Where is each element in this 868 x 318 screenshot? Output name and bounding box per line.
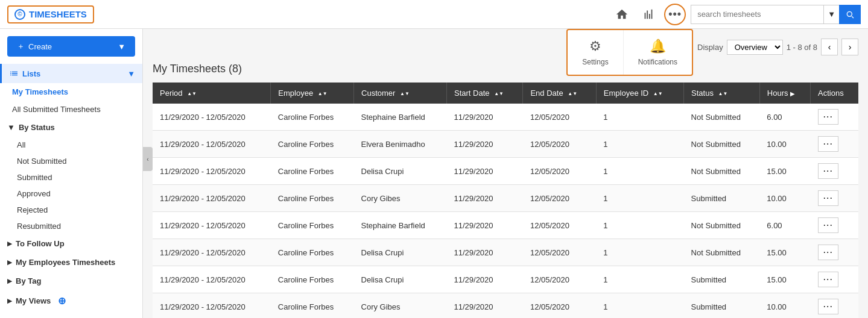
sidebar-my-views[interactable]: ▶ My Views ⊕ xyxy=(0,290,142,311)
table-row: 11/29/2020 - 12/05/2020 Caroline Forbes … xyxy=(153,158,858,185)
cell-hours: 15.00 xyxy=(759,266,810,293)
cell-customer: Elvera Benimadho xyxy=(354,131,447,158)
sidebar-status-approved[interactable]: Approved xyxy=(0,186,142,202)
cell-hours: 10.00 xyxy=(759,185,810,212)
cell-hours: 10.00 xyxy=(759,131,810,158)
cell-actions: ··· xyxy=(811,131,858,158)
cell-end-date: 12/05/2020 xyxy=(523,239,596,266)
col-actions: Actions xyxy=(811,83,858,104)
customer-sort-icon: ▲▼ xyxy=(400,92,410,96)
sidebar-status-submitted[interactable]: Submitted xyxy=(0,169,142,186)
col-customer[interactable]: Customer ▲▼ xyxy=(354,83,447,104)
search-dropdown[interactable]: ▼ xyxy=(823,5,839,24)
col-employee[interactable]: Employee ▲▼ xyxy=(271,83,354,104)
chevron-down-icon: ▼ xyxy=(828,10,835,19)
cell-end-date: 12/05/2020 xyxy=(523,212,596,239)
cell-start-date: 11/29/2020 xyxy=(447,239,523,266)
sidebar-by-tag[interactable]: ▶ By Tag xyxy=(0,272,142,290)
lists-label: Lists xyxy=(22,69,40,78)
create-dropdown-icon: ▼ xyxy=(118,42,125,51)
col-hours[interactable]: Hours ▶ xyxy=(759,83,810,104)
cell-employee-id: 1 xyxy=(596,158,683,185)
sidebar-status-not-submitted[interactable]: Not Submitted xyxy=(0,153,142,169)
cell-employee-id: 1 xyxy=(596,131,683,158)
cell-employee-id: 1 xyxy=(596,185,683,212)
sidebar-status-resubmitted[interactable]: Resubmitted xyxy=(0,218,142,234)
chart-button[interactable] xyxy=(638,4,659,25)
settings-popup-item[interactable]: ⚙ Settings xyxy=(568,30,623,75)
cell-end-date: 12/05/2020 xyxy=(523,185,596,212)
content-area: ⚙ Settings 🔔 Notifications Display Overv… xyxy=(143,29,868,318)
cell-start-date: 11/29/2020 xyxy=(447,185,523,212)
cell-end-date: 12/05/2020 xyxy=(523,104,596,131)
cell-status: Submitted xyxy=(684,266,760,293)
table-row: 11/29/2020 - 12/05/2020 Caroline Forbes … xyxy=(153,185,858,212)
pagination-count: 1 - 8 of 8 xyxy=(787,43,817,52)
start-date-sort-icon: ▲▼ xyxy=(494,92,504,96)
cell-employee-id: 1 xyxy=(596,239,683,266)
app-logo[interactable]: © TIMESHEETS xyxy=(7,5,94,23)
cell-start-date: 11/29/2020 xyxy=(447,212,523,239)
col-employee-id[interactable]: Employee ID ▲▼ xyxy=(596,83,683,104)
create-label: Create xyxy=(28,42,52,51)
my-employees-arrow-icon: ▶ xyxy=(7,259,12,266)
col-start-date[interactable]: Start Date ▲▼ xyxy=(447,83,523,104)
cell-employee-id: 1 xyxy=(596,104,683,131)
table-row: 11/29/2020 - 12/05/2020 Caroline Forbes … xyxy=(153,266,858,293)
cell-hours: 6.00 xyxy=(759,104,810,131)
col-status[interactable]: Status ▲▼ xyxy=(684,83,760,104)
sidebar-collapse-handle[interactable]: ‹ xyxy=(143,147,153,171)
notifications-popup-item[interactable]: 🔔 Notifications xyxy=(624,30,692,75)
settings-icon: ⚙ xyxy=(589,39,601,54)
cell-hours: 15.00 xyxy=(759,239,810,266)
cell-customer: Delisa Crupi xyxy=(354,158,447,185)
period-sort-icon: ▲▼ xyxy=(187,92,197,96)
more-button[interactable]: ••• xyxy=(664,4,686,25)
search-input[interactable] xyxy=(691,5,823,24)
sidebar-my-employees[interactable]: ▶ My Employees Timesheets xyxy=(0,253,142,272)
sidebar-status-all[interactable]: All xyxy=(0,137,142,153)
table-row: 11/29/2020 - 12/05/2020 Caroline Forbes … xyxy=(153,131,858,158)
cell-customer: Stephaine Barfield xyxy=(354,104,447,131)
col-end-date[interactable]: End Date ▲▼ xyxy=(523,83,596,104)
cell-actions: ··· xyxy=(811,212,858,239)
by-tag-label: By Tag xyxy=(16,276,41,285)
search-button[interactable] xyxy=(839,5,861,24)
row-actions-button[interactable]: ··· xyxy=(818,245,838,260)
cell-employee: Caroline Forbes xyxy=(271,266,354,293)
table-header-row: Period ▲▼ Employee ▲▼ Customer ▲▼ Start … xyxy=(153,83,858,104)
sidebar-to-follow-up[interactable]: ▶ To Follow Up xyxy=(0,234,142,253)
bell-icon: 🔔 xyxy=(650,39,666,54)
cell-end-date: 12/05/2020 xyxy=(523,266,596,293)
next-page-button[interactable]: › xyxy=(841,39,858,55)
cell-employee: Caroline Forbes xyxy=(271,158,354,185)
cell-status: Not Submitted xyxy=(684,212,760,239)
col-period[interactable]: Period ▲▼ xyxy=(153,83,271,104)
sidebar-item-all-submitted[interactable]: All Submitted Timesheets xyxy=(0,101,142,118)
add-view-icon[interactable]: ⊕ xyxy=(58,295,66,307)
row-actions-button[interactable]: ··· xyxy=(818,272,838,287)
row-actions-button[interactable]: ··· xyxy=(818,109,838,125)
row-actions-button[interactable]: ··· xyxy=(818,136,838,152)
cell-actions: ··· xyxy=(811,239,858,266)
sidebar-lists-section[interactable]: Lists ▼ xyxy=(0,64,142,83)
sidebar-by-status-header[interactable]: ▼ By Status xyxy=(0,118,142,137)
by-status-label: By Status xyxy=(19,123,55,132)
more-icon: ••• xyxy=(668,8,682,20)
row-actions-button[interactable]: ··· xyxy=(818,163,838,179)
sidebar-status-rejected[interactable]: Rejected xyxy=(0,202,142,218)
cell-status: Not Submitted xyxy=(684,131,760,158)
display-select[interactable]: Overview xyxy=(727,40,783,55)
row-actions-button[interactable]: ··· xyxy=(818,217,838,233)
sidebar-item-my-timesheets[interactable]: My Timesheets xyxy=(0,83,142,101)
row-actions-button[interactable]: ··· xyxy=(818,190,838,206)
to-follow-up-label: To Follow Up xyxy=(16,239,65,248)
home-button[interactable] xyxy=(611,4,633,25)
app-title: TIMESHEETS xyxy=(29,9,87,19)
prev-page-button[interactable]: ‹ xyxy=(821,39,838,55)
create-button[interactable]: ＋ Create ▼ xyxy=(7,36,135,57)
main-layout: ＋ Create ▼ Lists ▼ My Timesheets All Sub… xyxy=(0,29,868,318)
my-employees-label: My Employees Timesheets xyxy=(16,258,115,267)
cell-hours: 6.00 xyxy=(759,212,810,239)
row-actions-button[interactable]: ··· xyxy=(818,299,838,314)
